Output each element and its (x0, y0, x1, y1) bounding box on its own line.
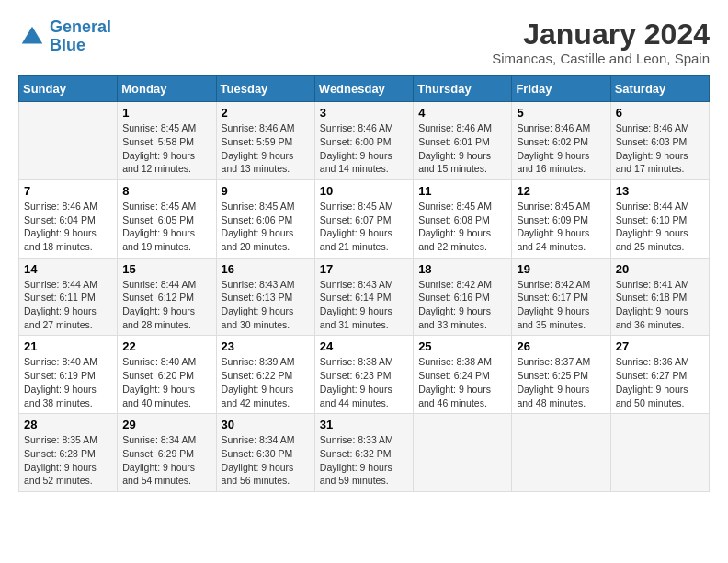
subtitle: Simancas, Castille and Leon, Spain (492, 51, 710, 66)
day-header-saturday: Saturday (610, 76, 709, 102)
day-number: 8 (122, 184, 210, 198)
day-info: Sunrise: 8:40 AMSunset: 6:20 PMDaylight:… (122, 355, 210, 409)
calendar-cell: 12Sunrise: 8:45 AMSunset: 6:09 PMDayligh… (512, 179, 610, 258)
day-info: Sunrise: 8:46 AMSunset: 6:03 PMDaylight:… (616, 121, 704, 176)
day-info: Sunrise: 8:46 AMSunset: 5:59 PMDaylight:… (222, 121, 310, 176)
day-number: 6 (616, 106, 704, 120)
day-number: 2 (222, 106, 310, 120)
day-number: 1 (122, 106, 210, 120)
day-info: Sunrise: 8:41 AMSunset: 6:18 PMDaylight:… (616, 278, 704, 332)
day-header-sunday: Sunday (19, 76, 118, 102)
calendar-cell: 8Sunrise: 8:45 AMSunset: 6:05 PMDaylight… (118, 179, 216, 258)
day-number: 13 (616, 184, 704, 198)
calendar-cell: 22Sunrise: 8:40 AMSunset: 6:20 PMDayligh… (118, 336, 216, 414)
day-info: Sunrise: 8:45 AMSunset: 6:09 PMDaylight:… (517, 200, 605, 254)
calendar-cell: 26Sunrise: 8:37 AMSunset: 6:25 PMDayligh… (512, 336, 610, 414)
day-number: 24 (320, 339, 408, 353)
calendar-cell (610, 414, 709, 492)
day-number: 3 (320, 106, 408, 120)
day-info: Sunrise: 8:43 AMSunset: 6:13 PMDaylight:… (222, 278, 310, 332)
logo-line2: Blue (50, 36, 85, 54)
calendar-cell: 3Sunrise: 8:46 AMSunset: 6:00 PMDaylight… (314, 102, 413, 180)
day-header-thursday: Thursday (414, 76, 512, 102)
page-header: General Blue January 2024 Simancas, Cast… (18, 18, 710, 66)
calendar-cell: 18Sunrise: 8:42 AMSunset: 6:16 PMDayligh… (414, 258, 512, 336)
calendar-cell (512, 414, 610, 492)
day-number: 14 (24, 262, 112, 276)
day-number: 27 (616, 339, 704, 353)
day-number: 17 (320, 262, 408, 276)
day-header-tuesday: Tuesday (216, 76, 314, 102)
day-info: Sunrise: 8:45 AMSunset: 6:08 PMDaylight:… (418, 200, 506, 254)
calendar-cell: 20Sunrise: 8:41 AMSunset: 6:18 PMDayligh… (610, 258, 709, 336)
calendar-cell: 25Sunrise: 8:38 AMSunset: 6:24 PMDayligh… (414, 336, 512, 414)
day-info: Sunrise: 8:39 AMSunset: 6:22 PMDaylight:… (222, 355, 310, 409)
day-number: 12 (517, 184, 605, 198)
calendar-cell: 14Sunrise: 8:44 AMSunset: 6:11 PMDayligh… (19, 258, 118, 336)
day-number: 23 (222, 339, 310, 353)
calendar-cell: 19Sunrise: 8:42 AMSunset: 6:17 PMDayligh… (512, 258, 610, 336)
day-info: Sunrise: 8:46 AMSunset: 6:02 PMDaylight:… (517, 121, 605, 176)
day-number: 10 (320, 184, 408, 198)
calendar-cell: 30Sunrise: 8:34 AMSunset: 6:30 PMDayligh… (216, 414, 314, 492)
calendar-week-2: 7Sunrise: 8:46 AMSunset: 6:04 PMDaylight… (19, 179, 710, 258)
day-number: 9 (222, 184, 310, 198)
day-info: Sunrise: 8:40 AMSunset: 6:19 PMDaylight:… (24, 355, 112, 409)
logo-text: General Blue (50, 18, 111, 55)
day-number: 11 (418, 184, 506, 198)
calendar-cell (19, 102, 118, 180)
day-number: 19 (517, 262, 605, 276)
day-number: 5 (517, 106, 605, 120)
calendar-cell: 28Sunrise: 8:35 AMSunset: 6:28 PMDayligh… (19, 414, 118, 492)
day-info: Sunrise: 8:45 AMSunset: 6:06 PMDaylight:… (222, 200, 310, 254)
day-number: 25 (418, 339, 506, 353)
calendar-week-4: 21Sunrise: 8:40 AMSunset: 6:19 PMDayligh… (19, 336, 710, 414)
day-info: Sunrise: 8:44 AMSunset: 6:10 PMDaylight:… (616, 200, 704, 254)
day-info: Sunrise: 8:43 AMSunset: 6:14 PMDaylight:… (320, 278, 408, 332)
calendar-cell: 2Sunrise: 8:46 AMSunset: 5:59 PMDaylight… (216, 102, 314, 180)
day-number: 20 (616, 262, 704, 276)
calendar-cell: 9Sunrise: 8:45 AMSunset: 6:06 PMDaylight… (216, 179, 314, 258)
calendar-cell: 24Sunrise: 8:38 AMSunset: 6:23 PMDayligh… (314, 336, 413, 414)
calendar-cell: 7Sunrise: 8:46 AMSunset: 6:04 PMDaylight… (19, 179, 118, 258)
day-info: Sunrise: 8:33 AMSunset: 6:32 PMDaylight:… (320, 433, 408, 488)
day-header-monday: Monday (118, 76, 216, 102)
calendar-cell (414, 414, 512, 492)
day-info: Sunrise: 8:34 AMSunset: 6:30 PMDaylight:… (222, 433, 310, 488)
day-info: Sunrise: 8:46 AMSunset: 6:00 PMDaylight:… (320, 121, 408, 176)
calendar-cell: 27Sunrise: 8:36 AMSunset: 6:27 PMDayligh… (610, 336, 709, 414)
calendar-cell: 16Sunrise: 8:43 AMSunset: 6:13 PMDayligh… (216, 258, 314, 336)
day-info: Sunrise: 8:42 AMSunset: 6:17 PMDaylight:… (517, 278, 605, 332)
logo: General Blue (18, 18, 111, 55)
day-number: 31 (320, 418, 408, 431)
day-info: Sunrise: 8:45 AMSunset: 5:58 PMDaylight:… (122, 121, 210, 176)
day-info: Sunrise: 8:44 AMSunset: 6:12 PMDaylight:… (122, 278, 210, 332)
day-info: Sunrise: 8:38 AMSunset: 6:24 PMDaylight:… (418, 355, 506, 409)
day-info: Sunrise: 8:42 AMSunset: 6:16 PMDaylight:… (418, 278, 506, 332)
day-info: Sunrise: 8:37 AMSunset: 6:25 PMDaylight:… (517, 355, 605, 409)
day-number: 26 (517, 339, 605, 353)
title-block: January 2024 Simancas, Castille and Leon… (492, 18, 710, 66)
day-number: 28 (24, 418, 112, 431)
day-number: 4 (418, 106, 506, 120)
calendar-week-1: 1Sunrise: 8:45 AMSunset: 5:58 PMDaylight… (19, 102, 710, 180)
day-number: 7 (24, 184, 112, 198)
calendar-cell: 1Sunrise: 8:45 AMSunset: 5:58 PMDaylight… (118, 102, 216, 180)
logo-icon (18, 23, 46, 51)
day-info: Sunrise: 8:34 AMSunset: 6:29 PMDaylight:… (122, 433, 210, 488)
calendar-table: SundayMondayTuesdayWednesdayThursdayFrid… (18, 75, 710, 492)
calendar-week-5: 28Sunrise: 8:35 AMSunset: 6:28 PMDayligh… (19, 414, 710, 492)
calendar-cell: 5Sunrise: 8:46 AMSunset: 6:02 PMDaylight… (512, 102, 610, 180)
calendar-cell: 21Sunrise: 8:40 AMSunset: 6:19 PMDayligh… (19, 336, 118, 414)
calendar-cell: 10Sunrise: 8:45 AMSunset: 6:07 PMDayligh… (314, 179, 413, 258)
day-header-friday: Friday (512, 76, 610, 102)
svg-marker-0 (22, 27, 43, 44)
calendar-cell: 13Sunrise: 8:44 AMSunset: 6:10 PMDayligh… (610, 179, 709, 258)
day-number: 18 (418, 262, 506, 276)
day-number: 15 (122, 262, 210, 276)
calendar-week-3: 14Sunrise: 8:44 AMSunset: 6:11 PMDayligh… (19, 258, 710, 336)
day-info: Sunrise: 8:46 AMSunset: 6:04 PMDaylight:… (24, 200, 112, 254)
day-info: Sunrise: 8:45 AMSunset: 6:05 PMDaylight:… (122, 200, 210, 254)
day-number: 22 (122, 339, 210, 353)
day-info: Sunrise: 8:38 AMSunset: 6:23 PMDaylight:… (320, 355, 408, 409)
